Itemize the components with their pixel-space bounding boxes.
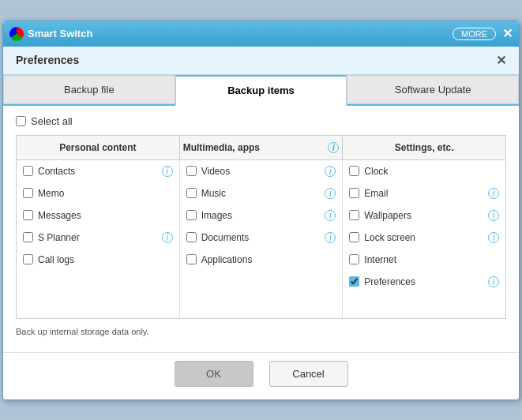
dialog-close-button[interactable]: ✕ xyxy=(496,53,506,68)
contacts-info-icon[interactable]: i xyxy=(162,166,173,177)
list-item: Messages xyxy=(17,204,179,227)
checkbox-contacts[interactable] xyxy=(23,166,33,176)
col-multimedia-apps: Videos i Music i Images i xyxy=(180,160,344,318)
lock-screen-info-icon[interactable]: i xyxy=(488,232,499,243)
footer-note: Back up internal storage data only. xyxy=(16,327,506,336)
images-info-icon[interactable]: i xyxy=(325,210,336,221)
app-title: Smart Switch xyxy=(28,28,92,39)
checkbox-wallpapers[interactable] xyxy=(349,210,359,220)
checkbox-internet[interactable] xyxy=(349,254,359,264)
select-all-row: Select all xyxy=(16,115,506,127)
s-planner-info-icon[interactable]: i xyxy=(162,232,173,243)
dialog-header: Preferences ✕ xyxy=(3,47,519,75)
titlebar: Smart Switch MORE ✕ xyxy=(3,21,519,47)
multimedia-header-info-icon[interactable]: i xyxy=(328,142,339,153)
checkbox-memo[interactable] xyxy=(23,188,33,198)
checkbox-call-logs[interactable] xyxy=(23,254,33,264)
items-table: Personal content Multimedia, apps i Sett… xyxy=(16,135,506,319)
content-area: Select all Personal content Multimedia, … xyxy=(3,106,519,352)
list-item: Email i xyxy=(343,182,505,204)
cancel-button[interactable]: Cancel xyxy=(269,361,348,387)
checkbox-videos[interactable] xyxy=(186,166,197,176)
tab-backup-items[interactable]: Backup items xyxy=(175,75,347,106)
table-header: Personal content Multimedia, apps i Sett… xyxy=(17,136,505,160)
col-header-settings: Settings, etc. xyxy=(343,136,505,159)
checkbox-documents[interactable] xyxy=(186,232,197,242)
preferences-info-icon[interactable]: i xyxy=(488,276,499,287)
checkbox-music[interactable] xyxy=(186,188,197,198)
list-item: Preferences i xyxy=(343,271,505,293)
checkbox-lock-screen[interactable] xyxy=(349,232,359,242)
tab-software-update[interactable]: Software Update xyxy=(347,75,519,104)
list-item: Lock screen i xyxy=(343,227,505,249)
list-item: Memo xyxy=(17,182,179,204)
list-item: Clock xyxy=(343,160,505,182)
col-header-multimedia: Multimedia, apps i xyxy=(180,136,344,159)
select-all-checkbox[interactable] xyxy=(16,116,26,126)
col-personal-content: Contacts i Memo Messages S Planner xyxy=(17,160,180,318)
videos-info-icon[interactable]: i xyxy=(325,166,336,177)
tab-backup-file[interactable]: Backup file xyxy=(3,75,175,104)
logo-icon xyxy=(9,27,24,41)
list-item: Videos i xyxy=(180,160,343,182)
list-item: Contacts i xyxy=(17,160,179,182)
col-header-personal: Personal content xyxy=(17,136,180,159)
checkbox-images[interactable] xyxy=(186,210,197,220)
checkbox-messages[interactable] xyxy=(23,210,33,220)
dialog-title: Preferences xyxy=(16,54,79,66)
list-item: Applications xyxy=(180,249,343,271)
window-close-button[interactable]: ✕ xyxy=(502,26,513,41)
list-item: Call logs xyxy=(17,249,179,271)
checkbox-applications[interactable] xyxy=(186,254,197,264)
app-logo: Smart Switch xyxy=(9,27,92,41)
checkbox-s-planner[interactable] xyxy=(23,232,33,242)
tab-bar: Backup file Backup items Software Update xyxy=(3,75,519,106)
checkbox-email[interactable] xyxy=(349,188,359,198)
music-info-icon[interactable]: i xyxy=(325,188,336,199)
wallpapers-info-icon[interactable]: i xyxy=(488,210,499,221)
list-item: Images i xyxy=(180,204,343,227)
more-button[interactable]: MORE xyxy=(453,28,496,40)
documents-info-icon[interactable]: i xyxy=(325,232,336,243)
select-all-label: Select all xyxy=(31,115,73,127)
list-item: Documents i xyxy=(180,227,343,249)
checkbox-clock[interactable] xyxy=(349,166,359,176)
email-info-icon[interactable]: i xyxy=(488,188,499,199)
list-item: Wallpapers i xyxy=(343,204,505,227)
main-window: Smart Switch MORE ✕ Preferences ✕ Backup… xyxy=(2,21,520,400)
checkbox-preferences[interactable] xyxy=(349,276,359,287)
ok-button[interactable]: OK xyxy=(175,361,253,387)
list-item: S Planner i xyxy=(17,227,179,249)
col-settings-etc: Clock Email i Wallpapers i Lock scr xyxy=(343,160,505,318)
button-row: OK Cancel xyxy=(3,352,519,399)
table-body: Contacts i Memo Messages S Planner xyxy=(17,160,505,318)
list-item: Music i xyxy=(180,182,343,204)
list-item: Internet xyxy=(343,249,505,271)
